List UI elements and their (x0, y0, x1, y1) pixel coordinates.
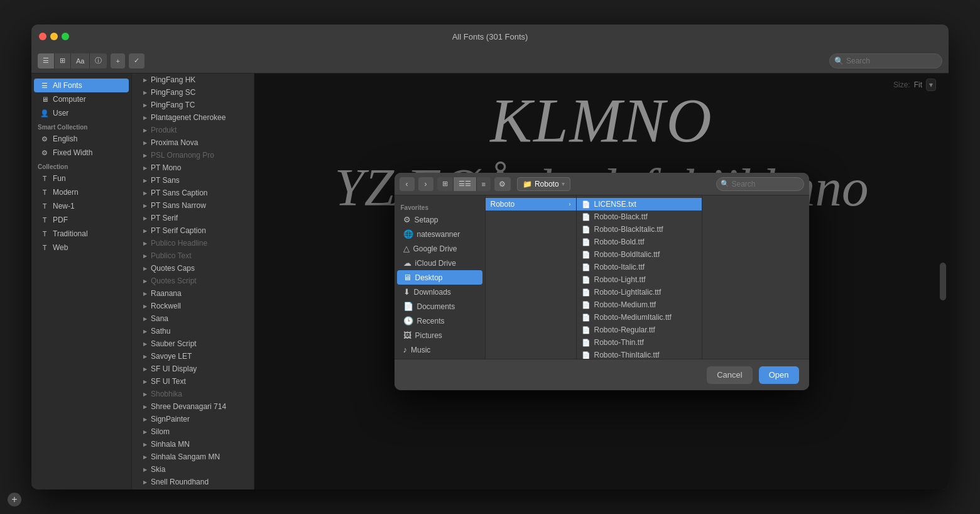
aa-view-btn[interactable]: Aa (71, 53, 90, 68)
dialog-sidebar-google-drive[interactable]: △ Google Drive (397, 241, 482, 256)
dialog-search-area: 🔍 (716, 177, 804, 191)
close-button[interactable] (39, 33, 46, 40)
dialog-file-italic[interactable]: 📄 Roboto-Italic.ttf (577, 261, 702, 273)
dialog-sidebar-recents-label: Recents (417, 317, 445, 325)
font-list-item[interactable]: ▶PSL Ornanong Pro (132, 149, 254, 161)
dialog-file-black[interactable]: 📄 Roboto-Black.ttf (577, 211, 702, 223)
font-list-item[interactable]: ▶Silom (132, 425, 254, 438)
font-list-item[interactable]: ▶Snell Roundhand (132, 476, 254, 488)
sidebar-item-computer[interactable]: 🖥 Computer (34, 92, 129, 106)
dialog-col-view-btn[interactable]: ≡ (477, 177, 491, 191)
file-regular-label: Roboto-Regular.ttf (594, 325, 655, 334)
grid-view-btn[interactable]: ⊞ (55, 53, 71, 68)
font-list-item[interactable]: ▶SignPainter (132, 413, 254, 425)
dialog-file-blackitalic[interactable]: 📄 Roboto-BlackItalic.ttf (577, 223, 702, 236)
font-list-item[interactable]: ▶PT Sans Caption (132, 187, 254, 199)
dialog-sidebar-downloads[interactable]: ⬇ Downloads (397, 285, 482, 299)
dialog-back-btn[interactable]: ‹ (400, 177, 415, 191)
check-btn[interactable]: ✓ (129, 53, 144, 68)
dialog-file-medium[interactable]: 📄 Roboto-Medium.ttf (577, 298, 702, 311)
font-list-item[interactable]: ▶Quotes Caps (132, 262, 254, 275)
dialog-file-bolditalic[interactable]: 📄 Roboto-BoldItalic.ttf (577, 248, 702, 261)
minimize-button[interactable] (50, 33, 58, 40)
dialog-sidebar-music[interactable]: ♪ Music (397, 342, 482, 357)
dialog-file-mediumitalic[interactable]: 📄 Roboto-MediumItalic.ttf (577, 311, 702, 324)
font-list-item[interactable]: ▶Rockwell (132, 300, 254, 312)
font-list-item[interactable]: ▶Sinhala Sangam MN (132, 451, 254, 463)
dialog-forward-btn[interactable]: › (418, 177, 433, 191)
dialog-icon-view-btn[interactable]: ⊞ (437, 177, 454, 191)
font-list-item[interactable]: ▶SF UI Text (132, 375, 254, 388)
dialog-list-view-btn[interactable]: ☰☰ (454, 177, 477, 191)
dialog-sidebar-nateswanner-label: nateswanner (417, 230, 460, 239)
cancel-button[interactable]: Cancel (707, 366, 752, 384)
list-view-btn[interactable]: ☰ (38, 53, 55, 68)
open-button[interactable]: Open (759, 366, 799, 384)
font-list-item[interactable]: ▶PT Mono (132, 161, 254, 174)
modern-icon: T (40, 188, 49, 197)
font-list-item[interactable]: ▶Sauber Script (132, 337, 254, 350)
dialog-sidebar-setapp[interactable]: ⚙ Setapp (397, 212, 482, 227)
downloads-icon: ⬇ (403, 287, 410, 297)
dialog-folder-roboto[interactable]: Roboto › (486, 198, 576, 211)
font-list-item[interactable]: ▶Skia (132, 463, 254, 476)
font-list-item[interactable]: ▶PT Sans Narrow (132, 199, 254, 212)
font-list-item[interactable]: ▶Produkt (132, 124, 254, 136)
sidebar-item-traditional[interactable]: T Traditional (34, 227, 129, 241)
dialog-file-license[interactable]: 📄 LICENSE.txt (577, 198, 702, 211)
dialog-file-thinitalic[interactable]: 📄 Roboto-ThinItalic.ttf (577, 349, 702, 359)
font-list-item[interactable]: ▶PT Sans (132, 174, 254, 187)
font-list-item[interactable]: ▶PT Serif (132, 212, 254, 224)
info-view-btn[interactable]: ⓘ (90, 53, 107, 68)
dialog-sidebar-documents[interactable]: 📄 Documents (397, 299, 482, 314)
font-list-item[interactable]: ▶Publico Headline (132, 237, 254, 249)
font-list-item[interactable]: ▶Songti SC (132, 488, 254, 489)
dialog-sidebar-recents[interactable]: 🕒 Recents (397, 314, 482, 328)
font-list-item[interactable]: ▶Sathu (132, 325, 254, 337)
font-list-item[interactable]: ▶Publico Text (132, 249, 254, 262)
font-list-item[interactable]: ▶Sinhala MN (132, 438, 254, 451)
font-list-item[interactable]: ▶Shobhika (132, 388, 254, 400)
sidebar-item-english[interactable]: ⚙ English (34, 132, 129, 146)
font-list-item[interactable]: ▶Quotes Script (132, 275, 254, 287)
font-list-item[interactable]: ▶Proxima Nova (132, 136, 254, 149)
font-list-item[interactable]: ▶SF UI Display (132, 363, 254, 375)
dialog-sidebar-nateswanner[interactable]: 🌐 nateswanner (397, 227, 482, 241)
sidebar-item-new1[interactable]: T New-1 (34, 199, 129, 213)
font-list-item[interactable]: ▶Sana (132, 312, 254, 325)
dialog-file-lightitalic[interactable]: 📄 Roboto-LightItalic.ttf (577, 286, 702, 298)
add-btn[interactable]: + (111, 53, 124, 68)
dialog-file-light[interactable]: 📄 Roboto-Light.ttf (577, 273, 702, 286)
titlebar: All Fonts (301 Fonts) (31, 25, 949, 48)
dialog-file-thin[interactable]: 📄 Roboto-Thin.ttf (577, 336, 702, 349)
sidebar-item-fun[interactable]: T Fun (34, 172, 129, 185)
dialog-action-btn[interactable]: ⚙ (494, 177, 511, 191)
font-list-item[interactable]: ▶PingFang HK (132, 74, 254, 86)
ttf-file-icon6: 📄 (582, 276, 591, 284)
sidebar-item-fixed-width[interactable]: ⚙ Fixed Width (34, 146, 129, 160)
dialog-sidebar-pictures[interactable]: 🖼 Pictures (397, 328, 482, 342)
font-list-item[interactable]: ▶PingFang TC (132, 99, 254, 111)
dialog-file-regular[interactable]: 📄 Roboto-Regular.ttf (577, 324, 702, 336)
sidebar-item-pdf[interactable]: T PDF (34, 213, 129, 227)
maximize-button[interactable] (62, 33, 69, 40)
font-list-item[interactable]: ▶PingFang SC (132, 86, 254, 99)
dialog-file-bold[interactable]: 📄 Roboto-Bold.ttf (577, 236, 702, 248)
dialog-sidebar-icloud-drive[interactable]: ☁ iCloud Drive (397, 256, 482, 270)
dialog-location[interactable]: 📁 Roboto ▾ (517, 177, 570, 191)
sidebar-item-modern[interactable]: T Modern (34, 185, 129, 199)
sidebar-item-all-fonts[interactable]: ☰ All Fonts (34, 79, 129, 92)
font-list-item[interactable]: ▶Plantagenet Cherokee (132, 111, 254, 124)
sidebar-item-web[interactable]: T Web (34, 241, 129, 254)
sidebar: ☰ All Fonts 🖥 Computer 👤 User Smart Coll… (31, 74, 132, 489)
desktop-icon: 🖥 (403, 273, 411, 282)
pictures-icon: 🖼 (403, 331, 411, 340)
font-list-item[interactable]: ▶PT Serif Caption (132, 224, 254, 237)
search-input[interactable] (829, 53, 942, 68)
font-list-item[interactable]: ▶Savoye LET (132, 350, 254, 363)
sidebar-item-user[interactable]: 👤 User (34, 106, 129, 120)
font-list-item[interactable]: ▶Raanana (132, 287, 254, 300)
dialog-sidebar-desktop[interactable]: 🖥 Desktop (397, 270, 482, 285)
dialog-search-input[interactable] (716, 177, 804, 191)
font-list-item[interactable]: ▶Shree Devanagari 714 (132, 400, 254, 413)
